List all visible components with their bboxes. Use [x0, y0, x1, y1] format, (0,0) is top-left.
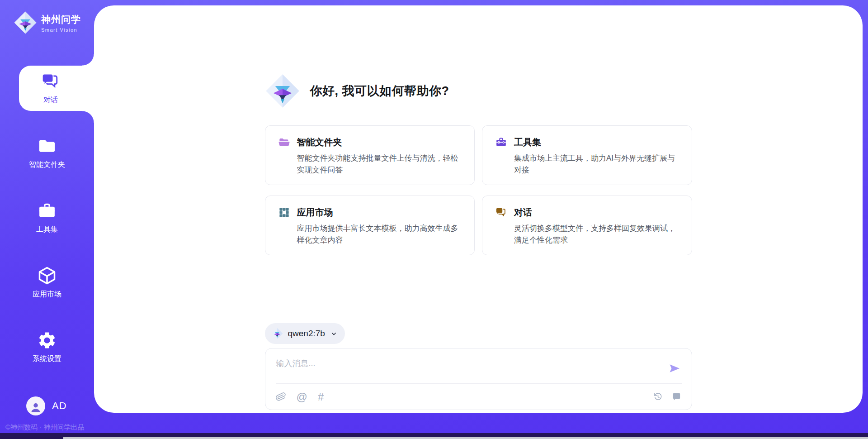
card-title: 工具集: [514, 136, 541, 148]
brand-subtitle: Smart Vision: [41, 27, 81, 33]
sidebar-item-label: 应用市场: [33, 290, 61, 299]
card-description: 智能文件夹功能支持批量文件上传与清洗，轻松实现文件问答: [297, 153, 462, 176]
at-sign-icon: @: [297, 391, 307, 402]
brand-text: 神州问学 Smart Vision: [41, 13, 81, 33]
folder-open-icon: [278, 136, 290, 148]
topic-button[interactable]: #: [318, 391, 324, 402]
sidebar-item-app-market[interactable]: 应用市场: [0, 260, 94, 305]
card-title: 智能文件夹: [297, 136, 342, 148]
cube-icon: [37, 266, 57, 286]
app-window: 神州问学 Smart Vision 对话 智能文件夹 工: [0, 0, 868, 439]
sidebar-item-label: 对话: [43, 95, 58, 105]
brand-title: 神州问学: [41, 13, 81, 26]
avatar: [26, 396, 45, 415]
assistant-logo-icon: [265, 73, 300, 109]
user-profile[interactable]: AD: [26, 396, 67, 415]
card-description: 应用市场提供丰富长文本模板，助力高效生成多样化文章内容: [297, 223, 462, 246]
sidebar-nav: 对话 智能文件夹 工具集 应用市场: [0, 66, 94, 389]
chat-icon: [41, 72, 61, 91]
attach-button[interactable]: [276, 391, 286, 402]
card-title: 对话: [514, 206, 532, 219]
composer: @ #: [265, 348, 692, 410]
chevron-down-icon: [330, 330, 338, 338]
greeting: 你好, 我可以如何帮助你?: [265, 73, 692, 109]
bottom-edge-dark-corner: [0, 437, 63, 439]
model-logo-icon: [271, 328, 283, 339]
card-toolset[interactable]: 工具集 集成市场上主流工具，助力AI与外界无缝扩展与对接: [482, 125, 692, 185]
sidebar-item-settings[interactable]: 系统设置: [0, 324, 94, 370]
grid-icon: [278, 206, 290, 219]
footer-credit: ©神州数码 · 神州问学出品: [5, 423, 84, 432]
toolbox-icon: [37, 201, 57, 221]
sidebar-item-label: 工具集: [36, 225, 58, 234]
card-chat[interactable]: 对话 灵活切换多模型文件，支持多样回复效果调试，满足个性化需求: [482, 196, 692, 255]
model-name: qwen2:7b: [288, 329, 325, 339]
chat-icon: [495, 206, 507, 219]
sidebar-item-label: 智能文件夹: [29, 160, 65, 170]
chat-bubble-icon: [671, 391, 682, 402]
history-icon: [653, 391, 663, 402]
chat-home: 你好, 我可以如何帮助你? 智能文件夹 智能文件夹功能支持批量文件上传与清洗，轻…: [265, 5, 692, 413]
bottom-edge-gray: [63, 437, 868, 439]
folder-icon: [37, 136, 57, 156]
main-panel: 你好, 我可以如何帮助你? 智能文件夹 智能文件夹功能支持批量文件上传与清洗，轻…: [94, 5, 863, 413]
sidebar-item-chat[interactable]: 对话: [19, 66, 94, 111]
send-button[interactable]: [668, 362, 682, 375]
person-icon: [29, 401, 42, 414]
sidebar: 神州问学 Smart Vision 对话 智能文件夹 工: [0, 0, 94, 439]
card-app-market[interactable]: 应用市场 应用市场提供丰富长文本模板，助力高效生成多样化文章内容: [265, 196, 475, 255]
user-name: AD: [52, 400, 67, 412]
toolbox-icon: [495, 136, 507, 148]
send-icon: [668, 362, 681, 375]
card-smart-folder[interactable]: 智能文件夹 智能文件夹功能支持批量文件上传与清洗，轻松实现文件问答: [265, 125, 475, 185]
brand: 神州问学 Smart Vision: [0, 0, 94, 34]
history-button[interactable]: [653, 391, 663, 402]
message-input[interactable]: [265, 348, 660, 382]
hash-icon: #: [318, 391, 324, 402]
bottom-edge-dark: [0, 433, 868, 437]
mention-button[interactable]: @: [297, 391, 307, 402]
card-title: 应用市场: [297, 206, 333, 219]
card-description: 灵活切换多模型文件，支持多样回复效果调试，满足个性化需求: [514, 223, 679, 246]
sidebar-item-smart-folder[interactable]: 智能文件夹: [0, 130, 94, 176]
sidebar-item-label: 系统设置: [33, 354, 61, 364]
feedback-button[interactable]: [671, 391, 682, 402]
composer-toolbar: @ #: [276, 384, 682, 410]
greeting-text: 你好, 我可以如何帮助你?: [310, 83, 449, 99]
gear-icon: [37, 330, 57, 350]
model-selector[interactable]: qwen2:7b: [265, 323, 345, 344]
brand-logo-icon: [14, 11, 37, 34]
card-description: 集成市场上主流工具，助力AI与外界无缝扩展与对接: [514, 153, 679, 176]
feature-cards: 智能文件夹 智能文件夹功能支持批量文件上传与清洗，轻松实现文件问答 工具集 集成…: [265, 125, 692, 255]
paperclip-icon: [276, 391, 286, 402]
sidebar-item-toolset[interactable]: 工具集: [0, 195, 94, 240]
